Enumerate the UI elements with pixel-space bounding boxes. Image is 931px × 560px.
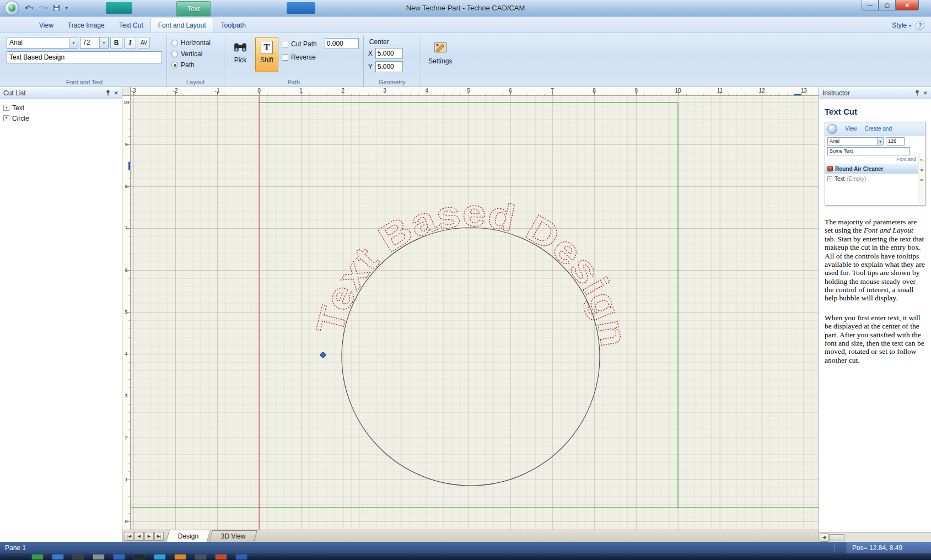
center-label: Center xyxy=(368,37,416,48)
taskbar-icon-3[interactable] xyxy=(73,554,84,559)
cut-path-checkbox[interactable]: Cut Path xyxy=(282,40,317,48)
ruler-number: 5 xyxy=(467,88,470,94)
scroll-left-button[interactable]: ◀ xyxy=(820,534,828,542)
taskbar-icon-6[interactable] xyxy=(134,554,145,559)
ruler-number: 13 xyxy=(800,88,806,94)
settings-icon xyxy=(433,41,448,55)
pin-icon[interactable] xyxy=(914,90,920,96)
pick-button[interactable]: Pick xyxy=(229,37,252,72)
application-window: ↶▾ ↷▾ ▾ Text New Techne Part - Techne CA… xyxy=(0,0,931,560)
prev-page-button[interactable]: ◀ xyxy=(134,532,144,541)
ruler-number: 5 xyxy=(122,309,130,315)
ruler-number: 6 xyxy=(122,267,130,273)
center-x-field[interactable] xyxy=(375,48,403,59)
redo-button[interactable]: ↷▾ xyxy=(36,3,49,13)
arc-text[interactable]: Text Based Design xyxy=(308,191,636,349)
minimize-button[interactable]: — xyxy=(862,0,879,10)
ruler-number: -1 xyxy=(215,88,220,94)
first-page-button[interactable]: |◀ xyxy=(125,532,134,541)
reverse-checkbox[interactable]: Reverse xyxy=(282,53,317,61)
taskbar-icon-11[interactable] xyxy=(236,554,247,559)
bold-button[interactable]: B xyxy=(110,37,122,49)
ruler-vertical: 109876543210 xyxy=(122,96,131,530)
path-offset-field[interactable] xyxy=(325,38,359,49)
design-canvas[interactable]: Text Based Design xyxy=(131,96,819,530)
taskbar-icon-8[interactable] xyxy=(175,554,186,559)
design-drawing: Text Based Design xyxy=(131,96,819,530)
taskbar-icon-2[interactable] xyxy=(52,554,63,559)
close-panel-icon[interactable]: ✕ xyxy=(923,90,928,96)
pin-icon[interactable] xyxy=(105,90,111,96)
kerning-button[interactable]: AV xyxy=(138,37,150,49)
ruler-number: 4 xyxy=(122,351,130,357)
status-pane-label: Pane 1 xyxy=(0,544,26,552)
mini-text-field: Some Text xyxy=(827,147,910,155)
view-tab-3d-view[interactable]: 3D View xyxy=(209,530,257,542)
taskbar-icon-10[interactable] xyxy=(216,554,227,559)
last-page-button[interactable]: ▶| xyxy=(154,532,164,541)
center-y-field[interactable] xyxy=(375,61,403,72)
taskbar-icon-5[interactable] xyxy=(114,554,125,559)
scrollbar-thumb[interactable] xyxy=(829,534,844,541)
settings-button[interactable]: Settings xyxy=(426,37,455,72)
contextual-tab-text[interactable]: Text xyxy=(176,1,211,17)
dropdown-arrow-icon: ▾ xyxy=(877,138,883,145)
workspace: Cut List ✕ +Text+Circle -3-2-10123456789… xyxy=(0,87,931,542)
document-tab-bar: |◀ ◀ ▶ ▶| Design3D View xyxy=(122,530,819,542)
cut-list-item-circle[interactable]: +Circle xyxy=(3,113,119,123)
window-title: New Techne Part - Techne CAD/CAM xyxy=(0,4,931,12)
app-menu-button[interactable] xyxy=(4,1,19,15)
instructor-screenshot: View Create and Arial▾ 126 Some Text Fon… xyxy=(825,122,925,206)
expand-icon[interactable]: + xyxy=(3,115,9,121)
view-tab-design[interactable]: Design xyxy=(166,530,211,542)
tab-trace-image[interactable]: Trace Image xyxy=(61,19,112,33)
font-family-combo[interactable]: Arial ▾ xyxy=(7,37,78,49)
cut-list-item-text[interactable]: +Text xyxy=(3,103,119,113)
mini-part-icon xyxy=(827,166,833,171)
taskbar-icon-1[interactable] xyxy=(32,554,43,559)
cut-path-label: Cut Path xyxy=(291,40,317,48)
tab-text-cut[interactable]: Text Cut xyxy=(112,19,150,33)
canvas-area: -3-2-1012345678910111213 109876543210 xyxy=(122,87,819,542)
close-panel-icon[interactable]: ✕ xyxy=(114,90,119,96)
layout-option-path[interactable]: Path xyxy=(171,61,219,69)
italic-button[interactable]: I xyxy=(124,37,136,49)
close-button[interactable]: ✕ xyxy=(896,0,919,10)
font-size-combo[interactable]: 72 ▾ xyxy=(80,37,109,49)
cut-list-header: Cut List ✕ xyxy=(0,87,122,99)
save-button[interactable] xyxy=(51,4,62,12)
ruler-number: 7 xyxy=(551,88,554,94)
group-label-layout: Layout xyxy=(167,79,224,85)
style-control[interactable]: Style ▾ xyxy=(892,21,911,33)
mini-tab-row: View Create and xyxy=(825,122,925,136)
ruler-corner xyxy=(122,87,131,96)
taskbar-icon-9[interactable] xyxy=(195,554,206,559)
mini-tree-suffix: (Empty) xyxy=(847,176,866,182)
radio-icon xyxy=(171,62,178,68)
quick-access-more-button[interactable]: ▾ xyxy=(63,5,70,11)
path-group: Pick T Shift Cut Path Reverse xyxy=(224,35,364,87)
shift-button[interactable]: T Shift xyxy=(255,37,278,72)
layout-option-vertical[interactable]: Vertical xyxy=(171,50,219,58)
dropdown-arrow-icon[interactable]: ▾ xyxy=(69,37,78,48)
dropdown-arrow-icon[interactable]: ▾ xyxy=(99,37,108,48)
style-label: Style xyxy=(892,21,907,29)
mini-tab-view: View xyxy=(845,126,857,132)
taskbar-icon-4[interactable] xyxy=(93,554,104,559)
instructor-scrollbar: ◀ xyxy=(819,532,931,542)
help-button[interactable]: ? xyxy=(916,21,924,30)
layout-option-horizontal[interactable]: Horizontal xyxy=(171,39,219,47)
expand-icon[interactable]: + xyxy=(3,105,9,111)
cursor-position-marker-v xyxy=(128,162,130,170)
maximize-button[interactable]: ▢ xyxy=(879,0,896,10)
tab-toolpath[interactable]: Toolpath xyxy=(213,19,252,33)
text-entry-field[interactable] xyxy=(7,51,162,63)
tab-view[interactable]: View xyxy=(32,19,61,33)
group-label-geometry: Geometry xyxy=(364,79,421,85)
instructor-heading: Text Cut xyxy=(825,107,925,116)
taskbar-icon-7[interactable] xyxy=(154,554,165,559)
next-page-button[interactable]: ▶ xyxy=(144,532,154,541)
tab-font-and-layout[interactable]: Font and Layout xyxy=(150,18,214,33)
undo-button[interactable]: ↶▾ xyxy=(23,3,35,13)
ribbon-tab-bar: ViewTrace ImageText CutFont and LayoutTo… xyxy=(0,17,931,33)
